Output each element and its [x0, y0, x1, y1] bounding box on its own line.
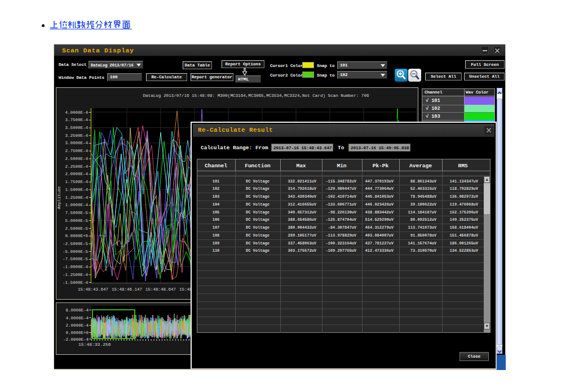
svg-text:15:48:46.147: 15:48:46.147	[112, 287, 142, 292]
svg-text:3.7500E-4: 3.7500E-4	[65, 118, 88, 122]
svg-text:0.0000E+0: 0.0000E+0	[65, 234, 88, 238]
svg-text:2.0000E-4: 2.0000E-4	[65, 172, 88, 176]
svg-text:3.5000E-4: 3.5000E-4	[65, 126, 88, 130]
svg-text:2.5000E-4: 2.5000E-4	[65, 157, 88, 161]
svg-text:Amplitude: Amplitude	[57, 186, 61, 210]
svg-text:1.5000E-4: 1.5000E-4	[65, 188, 88, 192]
svg-text:-2.5000E-5: -2.5000E-5	[63, 242, 89, 246]
svg-text:1.7500E-4: 1.7500E-4	[65, 180, 88, 184]
svg-text:4.0000E-4: 4.0000E-4	[65, 316, 89, 320]
svg-text:4.0000E-4: 4.0000E-4	[65, 110, 88, 115]
svg-text:3.2500E-4: 3.2500E-4	[65, 133, 88, 138]
svg-text:DataLog 2013/07/16 15:48:09: M: DataLog 2013/07/16 15:48:09: M300(MC3164…	[143, 93, 369, 98]
svg-text:6.0000E-4: 6.0000E-4	[65, 308, 89, 313]
svg-text:-5.0000E-5: -5.0000E-5	[63, 250, 89, 254]
svg-text:5.0000E-5: 5.0000E-5	[65, 219, 88, 223]
svg-text:-1.5000E-4: -1.5000E-4	[63, 280, 89, 285]
svg-text:15:48:43.647: 15:48:43.647	[78, 287, 108, 292]
svg-text:2.7500E-4: 2.7500E-4	[65, 149, 88, 153]
svg-text:-1.2500E-4: -1.2500E-4	[63, 273, 89, 277]
svg-text:7.5000E-5: 7.5000E-5	[65, 211, 88, 215]
svg-text:15:48:48.647: 15:48:48.647	[145, 287, 176, 292]
svg-text:-1.0000E-4: -1.0000E-4	[63, 265, 89, 269]
svg-text:2.2500E-4: 2.2500E-4	[65, 164, 88, 169]
svg-text:1.2500E-4: 1.2500E-4	[65, 195, 88, 200]
svg-text:3.0000E-4: 3.0000E-4	[65, 141, 88, 145]
svg-text:2.5000E-5: 2.5000E-5	[65, 226, 88, 231]
svg-text:2.0000E-4: 2.0000E-4	[65, 323, 89, 328]
svg-text:-7.5000E-5: -7.5000E-5	[63, 257, 89, 261]
svg-text:0.0000E+0: 0.0000E+0	[65, 331, 89, 335]
svg-text:1.0000E-4: 1.0000E-4	[65, 203, 88, 207]
svg-text:-2.0000E-4: -2.0000E-4	[63, 337, 89, 342]
svg-text:15:48:33.256: 15:48:33.256	[78, 342, 111, 347]
